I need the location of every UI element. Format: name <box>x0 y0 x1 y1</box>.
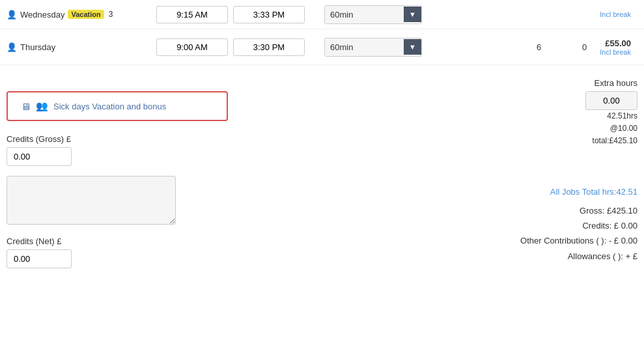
thursday-pay-area: £55.00 Incl break <box>600 38 631 56</box>
thursday-break-label: 60min <box>325 38 404 56</box>
thursday-start-time[interactable] <box>156 38 228 56</box>
left-content: 🖥 👥 Sick days Vacation and bonus Credits… <box>7 72 494 268</box>
thursday-break-dropdown[interactable]: 60min ▼ <box>324 38 422 57</box>
wednesday-row: 👤 Wednesday Vacation 3 60min ▼ Incl brea… <box>0 0 644 29</box>
wednesday-break-arrow[interactable]: ▼ <box>404 7 421 22</box>
extra-hours-label: Extra hours <box>501 78 637 88</box>
notes-section <box>7 166 481 227</box>
thursday-hours: 6 <box>515 42 541 52</box>
wednesday-pay-area: Incl break <box>600 10 631 18</box>
rate-info: 42.51hrs @10.00 total:£425.10 <box>501 110 637 148</box>
summary-section: Gross: £425.10 Credits: £ 0.00 Other Con… <box>501 203 637 264</box>
content-area: 🖥 👥 Sick days Vacation and bonus Credits… <box>0 65 644 275</box>
credits-gross-section: Credits (Gross) £ <box>7 134 481 166</box>
rate-hours: 42.51hrs <box>501 110 637 122</box>
wednesday-incl-break: Incl break <box>600 10 631 18</box>
other-contributions-summary: Other Contributions ( ): - £ 0.00 <box>501 233 637 248</box>
all-jobs-total-label: All Jobs Total hrs:42.51 <box>550 187 637 197</box>
thursday-break-arrow[interactable]: ▼ <box>404 39 421 55</box>
wednesday-day-label: 👤 Wednesday Vacation 3 <box>7 10 91 20</box>
person-icon-thursday: 👤 <box>7 42 17 52</box>
sick-vacation-button[interactable]: 🖥 👥 Sick days Vacation and bonus <box>7 91 228 121</box>
credits-summary: Credits: £ 0.00 <box>501 218 637 233</box>
notes-textarea[interactable] <box>7 176 176 225</box>
credits-net-input[interactable] <box>7 249 72 268</box>
sick-icon: 🖥 <box>21 101 31 112</box>
credits-net-section: Credits (Net) £ <box>7 236 481 268</box>
allowances-summary: Allowances ( ): + £ <box>501 249 637 264</box>
thursday-overtime: 0 <box>561 42 587 52</box>
wednesday-break-dropdown[interactable]: 60min ▼ <box>324 5 422 24</box>
thursday-times <box>156 38 305 56</box>
wednesday-end-time[interactable] <box>233 6 305 23</box>
wednesday-start-time[interactable] <box>156 6 228 23</box>
right-panel: Extra hours 42.51hrs @10.00 total:£425.1… <box>494 72 637 268</box>
thursday-label: Thursday <box>20 42 55 52</box>
rate-total: total:£425.10 <box>501 135 637 147</box>
credits-net-label: Credits (Net) £ <box>7 236 481 246</box>
sick-vacation-label: Sick days Vacation and bonus <box>53 102 166 111</box>
wednesday-times <box>156 6 305 23</box>
badge-num: 3 <box>109 10 113 19</box>
sick-vacation-wrapper: 🖥 👥 Sick days Vacation and bonus <box>7 91 481 121</box>
credits-gross-label: Credits (Gross) £ <box>7 134 481 144</box>
vacation-icon: 👥 <box>36 100 48 112</box>
thursday-day-label: 👤 Thursday <box>7 42 91 52</box>
wednesday-break-label: 60min <box>325 6 404 23</box>
credits-gross-input[interactable] <box>7 147 72 166</box>
all-jobs-total: All Jobs Total hrs:42.51 <box>501 187 637 197</box>
thursday-incl-break: Incl break <box>600 48 631 56</box>
extra-hours-section: Extra hours <box>501 78 637 88</box>
gross-summary: Gross: £425.10 <box>501 203 637 218</box>
person-icon-wednesday: 👤 <box>7 10 17 20</box>
wednesday-label: Wednesday <box>20 10 64 20</box>
thursday-pay: £55.00 <box>600 38 631 48</box>
vacation-badge: Vacation <box>68 10 104 19</box>
thursday-row: 👤 Thursday 60min ▼ 6 0 £55.00 Incl break <box>0 29 644 65</box>
rate-rate: @10.00 <box>501 122 637 135</box>
extra-hours-input[interactable] <box>585 91 637 110</box>
thursday-end-time[interactable] <box>233 38 305 56</box>
